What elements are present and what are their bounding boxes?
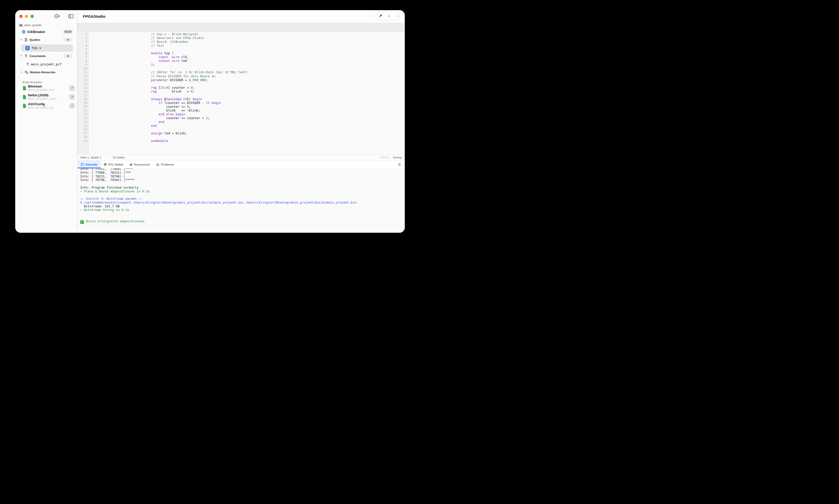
pushpin-icon — [26, 62, 30, 66]
encoding-indicator: UTF-8 — [380, 156, 389, 159]
section-constraints[interactable]: Constraints — [15, 54, 77, 58]
code-editor[interactable]: 1234567891011121314151617181920212223242… — [77, 32, 405, 155]
status-bar: Zeile 1, Spalte 1 29 Zeilen UTF-8 Verilo… — [77, 155, 405, 161]
sidebar-item-pcf[interactable]: mein_projekt.pcf — [15, 62, 77, 67]
section-sources[interactable]: Quellen — [15, 37, 77, 42]
build-item-title: Bitstream — [28, 85, 54, 88]
chevron-down-icon — [20, 38, 22, 41]
section-module-hierarchy[interactable]: Module-Hierarchie — [15, 70, 77, 74]
panel-tab-bar: Konsole RTL-Netlist Ressourcen — [77, 161, 405, 168]
add-source-button[interactable] — [64, 38, 73, 42]
build-output-label: Build-Ausgabe — [22, 80, 42, 84]
green-file-icon — [22, 104, 27, 108]
chevron-right-icon — [20, 71, 23, 73]
toolbar — [376, 12, 399, 20]
window-minimize-button[interactable] — [25, 15, 28, 18]
board-name: iCEBreaker — [28, 30, 45, 34]
add-constraint-button[interactable] — [64, 54, 73, 58]
cursor-position: Zeile 1, Spalte 1 — [80, 156, 101, 159]
console-output[interactable]: Info: [ 77101, 77666) |****Info: [ 77666… — [77, 168, 405, 233]
console-lines: Info: [ 77101, 77666) |****Info: [ 77666… — [80, 168, 405, 223]
project-row[interactable]: mein_projekt — [15, 23, 77, 27]
chevron-down-icon — [20, 54, 22, 57]
toggle-sidebar-button[interactable] — [68, 14, 73, 18]
folder-icon — [19, 23, 23, 27]
tab-label: RTL-Netlist — [108, 163, 123, 166]
page-title: FPGAStudio — [83, 10, 105, 22]
green-file-icon — [22, 94, 27, 100]
warning-triangle-icon — [156, 163, 159, 166]
ellipsis-circle-icon — [54, 13, 61, 19]
more-options-button[interactable] — [54, 13, 61, 19]
board-row[interactable]: iCEBreaker ICE40 — [15, 30, 77, 34]
build-item-file: mein_projekt.bin — [28, 88, 54, 91]
flash-bolt-button[interactable] — [384, 12, 393, 20]
build-item-netlist[interactable]: Netlist (JSON) mein_projekt.json — [15, 93, 77, 101]
verilog-file-badge: V — [25, 46, 30, 50]
project-name: mein_projekt — [24, 23, 41, 26]
toolbar-divider-dash — [396, 16, 399, 17]
build-item-bitstream[interactable]: Bitstream mein_projekt.bin — [15, 84, 77, 92]
app-window: FPGAStudio 1234567891011121 — [15, 10, 405, 233]
sidebar-toggle-icon — [68, 14, 73, 18]
clear-console-button[interactable] — [398, 161, 405, 168]
bar-chart-icon — [129, 163, 133, 166]
board-badge: ICE40 — [63, 30, 73, 34]
document-icon — [24, 38, 28, 41]
tab-probleme[interactable]: Probleme — [153, 161, 177, 168]
line-count: 29 Zeilen — [113, 156, 125, 159]
section-label: Constraints — [30, 54, 46, 57]
open-external-button[interactable] — [70, 86, 74, 90]
tab-label: Probleme — [161, 163, 174, 166]
tab-label: Konsole — [86, 163, 98, 166]
section-label: Quellen — [30, 38, 40, 41]
sidebar: mein_projekt iCEBreaker ICE40 — [15, 10, 77, 233]
tab-konsole[interactable]: Konsole — [78, 161, 101, 168]
success-check-icon: ✓ — [80, 220, 84, 224]
sidebar-item-topv[interactable]: V top.v — [21, 44, 73, 52]
tab-ressourcen[interactable]: Ressourcen — [126, 161, 153, 168]
editor-header-band — [77, 22, 405, 32]
chip-icon — [21, 30, 26, 34]
language-indicator[interactable]: Verilog — [393, 156, 402, 159]
file-name: mein_projekt.pcf — [31, 62, 62, 66]
lightning-bolt-icon — [387, 14, 391, 18]
modules-icon — [24, 71, 29, 74]
build-item-asc[interactable]: ASC/Config mein_projekt.asc — [15, 102, 77, 109]
build-item-title: Netlist (JSON) — [28, 93, 56, 97]
section-label: Module-Hierarchie — [30, 71, 55, 74]
build-hammer-button[interactable] — [376, 12, 384, 20]
hammer-icon — [378, 14, 382, 18]
line-numbers: 1234567891011121314151617181920212223242… — [77, 32, 87, 143]
green-file-icon — [22, 86, 27, 90]
code-lines[interactable]: // top.v — Blink-Beispiel// Generiert vo… — [151, 32, 405, 143]
status-divider — [107, 156, 107, 159]
file-name: top.v — [32, 46, 41, 50]
window-zoom-button[interactable] — [31, 15, 34, 18]
trash-icon — [398, 162, 401, 166]
pin-icon — [24, 54, 28, 58]
window-close-button[interactable] — [19, 15, 22, 18]
build-item-file: mein_projekt.asc — [28, 106, 54, 109]
open-external-button[interactable] — [70, 104, 74, 108]
build-item-file: mein_projekt.json — [28, 97, 56, 101]
build-item-title: ASC/Config — [28, 103, 54, 106]
open-external-button[interactable] — [70, 95, 74, 99]
tab-rtl-netlist[interactable]: RTL-Netlist — [101, 161, 126, 168]
tab-label: Ressourcen — [134, 163, 150, 166]
build-output-header: Build-Ausgabe — [15, 80, 77, 84]
terminal-icon — [81, 163, 84, 166]
chip-icon — [104, 163, 107, 166]
